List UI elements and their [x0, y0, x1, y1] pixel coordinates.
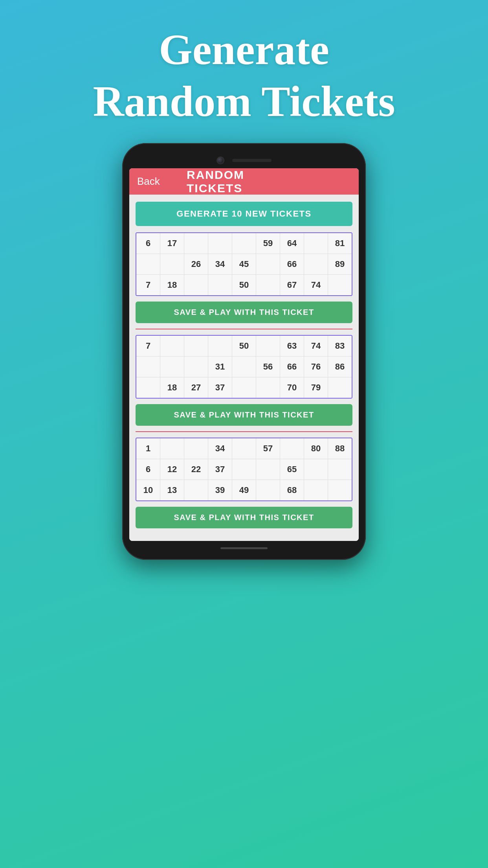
- ticket-cell-2-1-7: [304, 459, 328, 480]
- ticket-1-grid: 6175964812634456689718506774: [136, 232, 352, 296]
- phone-frame: Back RANDOM TICKETS GENERATE 10 NEW TICK…: [122, 143, 366, 560]
- ticket-cell-0-1-6: 66: [280, 254, 304, 274]
- ticket-cell-2-1-3: 37: [208, 459, 232, 480]
- ticket-cell-2-2-7: [304, 480, 328, 500]
- ticket-cell-0-0-5: 59: [256, 233, 280, 254]
- ticket-cell-2-1-2: 22: [184, 459, 208, 480]
- save-play-button-1[interactable]: SAVE & PLAY WITH THIS TICKET: [136, 302, 352, 323]
- ticket-cell-0-2-5: [256, 275, 280, 295]
- ticket-cell-2-1-4: [232, 459, 256, 480]
- ticket-cell-1-0-3: [208, 336, 232, 356]
- ticket-cell-0-1-0: [136, 254, 160, 274]
- ticket-1-row-0: 617596481: [136, 233, 352, 254]
- ticket-cell-2-2-6: 68: [280, 480, 304, 500]
- ticket-cell-1-1-1: [160, 357, 184, 377]
- ticket-2-grid: 75063748331566676861827377079: [136, 335, 352, 399]
- ticket-cell-0-1-8: 89: [328, 254, 352, 274]
- ticket-cell-1-1-0: [136, 357, 160, 377]
- ticket-cell-1-1-3: 31: [208, 357, 232, 377]
- ticket-cell-0-2-3: [208, 275, 232, 295]
- divider-1: [136, 329, 352, 329]
- ticket-cell-2-2-2: [184, 480, 208, 500]
- ticket-2-row-1: 3156667686: [136, 357, 352, 377]
- ticket-1-row-1: 2634456689: [136, 254, 352, 275]
- ticket-cell-0-2-8: [328, 275, 352, 295]
- ticket-2: 75063748331566676861827377079 SAVE & PLA…: [136, 335, 352, 426]
- phone-screen: Back RANDOM TICKETS GENERATE 10 NEW TICK…: [129, 168, 359, 541]
- ticket-cell-1-0-2: [184, 336, 208, 356]
- ticket-cell-2-0-4: [232, 438, 256, 459]
- ticket-cell-2-0-8: 88: [328, 438, 352, 459]
- ticket-cell-1-2-0: [136, 377, 160, 398]
- ticket-cell-2-2-3: 39: [208, 480, 232, 500]
- ticket-cell-0-2-1: 18: [160, 275, 184, 295]
- ticket-cell-1-0-8: 83: [328, 336, 352, 356]
- front-camera-icon: [216, 156, 224, 164]
- ticket-2-row-0: 750637483: [136, 336, 352, 357]
- ticket-cell-1-0-0: 7: [136, 336, 160, 356]
- ticket-cell-1-0-5: [256, 336, 280, 356]
- ticket-cell-0-1-7: [304, 254, 328, 274]
- ticket-cell-0-1-3: 34: [208, 254, 232, 274]
- ticket-cell-0-0-6: 64: [280, 233, 304, 254]
- ticket-cell-0-0-0: 6: [136, 233, 160, 254]
- ticket-3: 1345780886122237651013394968 SAVE & PLAY…: [136, 438, 352, 528]
- phone-speaker-icon: [232, 159, 272, 162]
- phone-camera-area: [129, 151, 359, 168]
- save-play-button-2[interactable]: SAVE & PLAY WITH THIS TICKET: [136, 404, 352, 426]
- ticket-cell-2-1-1: 12: [160, 459, 184, 480]
- ticket-cell-2-2-4: 49: [232, 480, 256, 500]
- ticket-cell-1-2-1: 18: [160, 377, 184, 398]
- ticket-cell-1-1-6: 66: [280, 357, 304, 377]
- ticket-cell-2-2-5: [256, 480, 280, 500]
- ticket-cell-2-0-2: [184, 438, 208, 459]
- ticket-3-row-2: 1013394968: [136, 480, 352, 500]
- ticket-cell-2-0-7: 80: [304, 438, 328, 459]
- ticket-cell-2-0-1: [160, 438, 184, 459]
- ticket-cell-1-1-7: 76: [304, 357, 328, 377]
- ticket-2-row-2: 1827377079: [136, 377, 352, 398]
- ticket-cell-1-0-6: 63: [280, 336, 304, 356]
- ticket-cell-0-2-6: 67: [280, 275, 304, 295]
- ticket-cell-0-0-2: [184, 233, 208, 254]
- ticket-cell-1-1-2: [184, 357, 208, 377]
- app-header: Back RANDOM TICKETS: [129, 168, 359, 195]
- ticket-1-row-2: 718506774: [136, 275, 352, 295]
- ticket-cell-2-1-8: [328, 459, 352, 480]
- ticket-cell-1-2-7: 79: [304, 377, 328, 398]
- home-bar: [220, 547, 268, 549]
- ticket-1: 6175964812634456689718506774 SAVE & PLAY…: [136, 232, 352, 323]
- ticket-3-row-1: 612223765: [136, 459, 352, 480]
- ticket-cell-1-2-3: 37: [208, 377, 232, 398]
- ticket-cell-2-2-0: 10: [136, 480, 160, 500]
- phone-home-indicator: [129, 544, 359, 552]
- ticket-cell-0-1-4: 45: [232, 254, 256, 274]
- ticket-cell-1-2-6: 70: [280, 377, 304, 398]
- ticket-cell-1-1-5: 56: [256, 357, 280, 377]
- ticket-cell-0-0-8: 81: [328, 233, 352, 254]
- divider-2: [136, 431, 352, 432]
- ticket-cell-0-1-5: [256, 254, 280, 274]
- ticket-cell-0-2-7: 74: [304, 275, 328, 295]
- ticket-cell-0-1-2: 26: [184, 254, 208, 274]
- screen-title: RANDOM TICKETS: [187, 168, 301, 195]
- ticket-cell-0-0-4: [232, 233, 256, 254]
- ticket-cell-1-2-2: 27: [184, 377, 208, 398]
- ticket-cell-1-2-4: [232, 377, 256, 398]
- ticket-cell-1-0-4: 50: [232, 336, 256, 356]
- ticket-cell-0-2-2: [184, 275, 208, 295]
- ticket-cell-2-0-6: [280, 438, 304, 459]
- ticket-cell-0-2-0: 7: [136, 275, 160, 295]
- ticket-3-grid: 1345780886122237651013394968: [136, 438, 352, 501]
- back-button[interactable]: Back: [137, 175, 160, 188]
- ticket-cell-2-0-0: 1: [136, 438, 160, 459]
- generate-tickets-button[interactable]: GENERATE 10 NEW TICKETS: [136, 202, 352, 226]
- ticket-cell-0-0-3: [208, 233, 232, 254]
- ticket-cell-2-2-8: [328, 480, 352, 500]
- app-content: GENERATE 10 NEW TICKETS 6175964812634456…: [129, 195, 359, 541]
- ticket-cell-2-2-1: 13: [160, 480, 184, 500]
- ticket-cell-1-1-8: 86: [328, 357, 352, 377]
- ticket-3-row-0: 134578088: [136, 438, 352, 459]
- ticket-cell-2-0-5: 57: [256, 438, 280, 459]
- save-play-button-3[interactable]: SAVE & PLAY WITH THIS TICKET: [136, 507, 352, 528]
